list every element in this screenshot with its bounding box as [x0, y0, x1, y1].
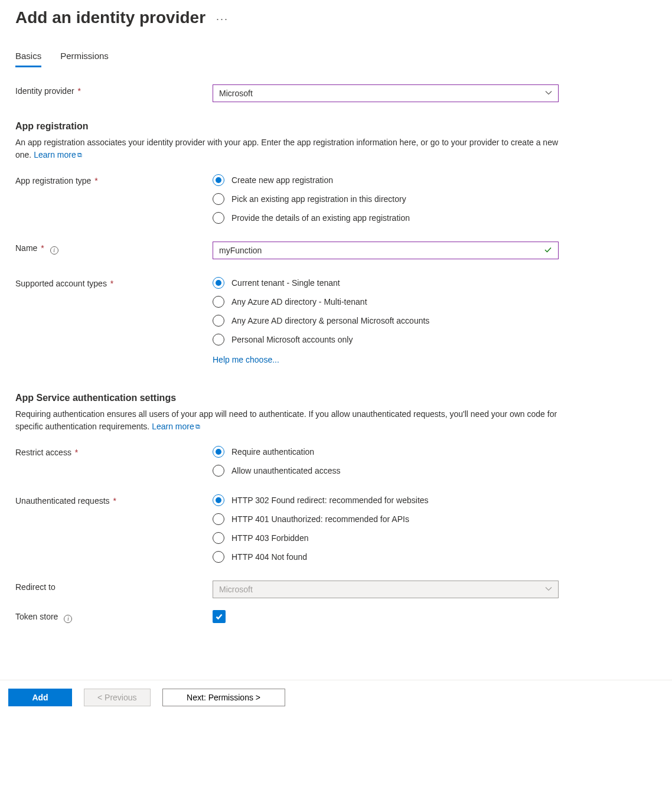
page-title: Add an identity provider — [15, 8, 205, 27]
info-icon[interactable]: i — [50, 246, 58, 255]
app-registration-learn-more-link[interactable]: Learn more⧉ — [34, 150, 82, 159]
tabs: Basics Permissions — [15, 51, 657, 68]
radio-icon — [213, 212, 224, 224]
help-me-choose-link[interactable]: Help me choose... — [213, 355, 279, 364]
redirect-to-select: Microsoft — [213, 581, 559, 598]
identity-provider-label: Identity provider * — [15, 84, 213, 96]
check-icon — [544, 246, 552, 256]
radio-icon — [213, 296, 224, 308]
radio-create-new[interactable]: Create new app registration — [213, 174, 559, 186]
radio-current-tenant[interactable]: Current tenant - Single tenant — [213, 277, 559, 289]
radio-icon — [213, 494, 224, 506]
auth-settings-learn-more-link[interactable]: Learn more⧉ — [152, 422, 200, 431]
radio-icon — [213, 277, 224, 289]
app-registration-type-group: Create new app registration Pick an exis… — [213, 174, 559, 224]
auth-settings-desc: Requiring authentication ensures all use… — [15, 408, 570, 433]
radio-pick-existing[interactable]: Pick an existing app registration in thi… — [213, 193, 559, 205]
token-store-label: Token store i — [15, 610, 213, 623]
supported-account-types-label: Supported account types * — [15, 277, 213, 288]
restrict-access-label: Restrict access * — [15, 446, 213, 457]
name-input[interactable]: myFunction — [213, 242, 559, 259]
app-registration-desc: An app registration associates your iden… — [15, 136, 570, 161]
footer: Add < Previous Next: Permissions > — [0, 680, 672, 706]
radio-http-302[interactable]: HTTP 302 Found redirect: recommended for… — [213, 494, 559, 506]
radio-personal-only[interactable]: Personal Microsoft accounts only — [213, 334, 559, 345]
info-icon[interactable]: i — [64, 615, 72, 623]
add-button[interactable]: Add — [8, 689, 72, 706]
radio-icon — [213, 174, 224, 186]
tab-basics[interactable]: Basics — [15, 51, 41, 67]
app-registration-heading: App registration — [15, 121, 657, 132]
radio-provide-details[interactable]: Provide the details of an existing app r… — [213, 212, 559, 224]
next-permissions-button[interactable]: Next: Permissions > — [162, 689, 285, 706]
radio-http-403[interactable]: HTTP 403 Forbidden — [213, 532, 559, 544]
radio-icon — [213, 334, 224, 345]
unauth-requests-label: Unauthenticated requests * — [15, 494, 213, 506]
radio-icon — [213, 446, 224, 458]
name-label: Name * i — [15, 242, 213, 255]
identity-provider-value: Microsoft — [219, 89, 253, 98]
identity-provider-select[interactable]: Microsoft — [213, 84, 559, 102]
radio-http-401[interactable]: HTTP 401 Unauthorized: recommended for A… — [213, 513, 559, 525]
radio-allow-unauth[interactable]: Allow unauthenticated access — [213, 465, 559, 477]
supported-account-types-group: Current tenant - Single tenant Any Azure… — [213, 277, 559, 345]
radio-icon — [213, 465, 224, 477]
name-input-value: myFunction — [219, 246, 262, 255]
radio-icon — [213, 532, 224, 544]
radio-any-ad-personal[interactable]: Any Azure AD directory & personal Micros… — [213, 315, 559, 327]
restrict-access-group: Require authentication Allow unauthentic… — [213, 446, 559, 477]
token-store-checkbox[interactable] — [213, 610, 226, 623]
chevron-down-icon — [545, 89, 552, 98]
redirect-to-label: Redirect to — [15, 581, 213, 592]
previous-button: < Previous — [84, 689, 151, 706]
radio-icon — [213, 193, 224, 205]
app-registration-type-label: App registration type * — [15, 174, 213, 185]
unauth-requests-group: HTTP 302 Found redirect: recommended for… — [213, 494, 559, 563]
redirect-to-value: Microsoft — [219, 585, 253, 594]
radio-any-ad[interactable]: Any Azure AD directory - Multi-tenant — [213, 296, 559, 308]
auth-settings-heading: App Service authentication settings — [15, 393, 657, 403]
more-icon[interactable]: ··· — [216, 11, 229, 25]
radio-icon — [213, 551, 224, 563]
tab-permissions[interactable]: Permissions — [60, 51, 109, 67]
external-link-icon: ⧉ — [77, 150, 82, 160]
radio-icon — [213, 513, 224, 525]
radio-icon — [213, 315, 224, 327]
check-icon — [215, 612, 223, 621]
external-link-icon: ⧉ — [195, 422, 200, 432]
radio-require-auth[interactable]: Require authentication — [213, 446, 559, 458]
chevron-down-icon — [545, 585, 552, 594]
radio-http-404[interactable]: HTTP 404 Not found — [213, 551, 559, 563]
